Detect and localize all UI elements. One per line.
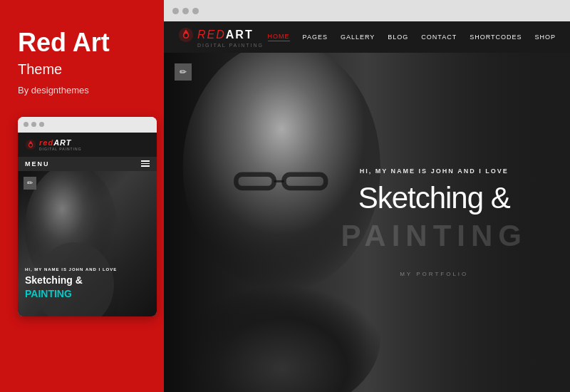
hero-text-block: HI, MY NAME IS JOHN AND I LOVE Sketching… bbox=[341, 167, 527, 277]
dot-3 bbox=[39, 122, 44, 127]
dot-1 bbox=[24, 122, 28, 127]
desktop-browser-bar bbox=[164, 0, 570, 21]
svg-point-1 bbox=[29, 143, 32, 146]
desktop-site-content: redART DIGITAL PAINTING HOME PAGES GALLE… bbox=[164, 21, 570, 392]
mobile-logo: redART DIGITAL PAINTING bbox=[25, 138, 82, 151]
mobile-pencil-icon[interactable]: ✏ bbox=[24, 177, 36, 190]
nav-item-contact[interactable]: CONTACT bbox=[421, 33, 457, 41]
desktop-logo-sub: DIGITAL PAINTING bbox=[197, 43, 264, 48]
hero-heading-line2: PAINTING bbox=[341, 219, 527, 253]
desktop-nav-links: HOME PAGES GALLERY BLOG CONTACT SHORTCOD… bbox=[268, 33, 556, 41]
mobile-preview-card: redART DIGITAL PAINTING MENU bbox=[18, 117, 157, 316]
mobile-hero-heading2: PAINTING bbox=[25, 288, 150, 299]
nav-item-shortcodes[interactable]: SHORTCODES bbox=[470, 33, 522, 41]
desktop-dot-3 bbox=[192, 8, 199, 14]
desktop-dot-1 bbox=[172, 8, 179, 14]
right-panel: redART DIGITAL PAINTING HOME PAGES GALLE… bbox=[164, 0, 570, 392]
mobile-hero-text: HI, MY NAME IS JOHN AND I LOVE Sketching… bbox=[25, 267, 150, 299]
left-panel: Red Art Theme By designthemes redART bbox=[0, 0, 164, 392]
theme-title: Red Art bbox=[18, 29, 146, 57]
nav-item-blog[interactable]: BLOG bbox=[388, 33, 408, 41]
desktop-logo: redART DIGITAL PAINTING bbox=[178, 27, 264, 48]
svg-point-5 bbox=[184, 33, 187, 37]
mobile-hero-heading1: Sketching & bbox=[25, 274, 150, 287]
hero-intro-text: HI, MY NAME IS JOHN AND I LOVE bbox=[341, 167, 527, 175]
desktop-browser: redART DIGITAL PAINTING HOME PAGES GALLE… bbox=[164, 0, 570, 392]
desktop-pencil-icon[interactable]: ✏ bbox=[175, 63, 192, 81]
nav-item-shop[interactable]: SHOP bbox=[534, 33, 556, 41]
desktop-nav: redART DIGITAL PAINTING HOME PAGES GALLE… bbox=[164, 21, 570, 53]
dot-2 bbox=[31, 122, 36, 127]
mobile-logo-icon bbox=[25, 139, 36, 150]
hero-portfolio-link[interactable]: MY PORTFOLIO bbox=[341, 271, 527, 277]
theme-subtitle: Theme bbox=[18, 61, 146, 78]
mobile-hero-intro: HI, MY NAME IS JOHN AND I LOVE bbox=[25, 267, 150, 272]
nav-item-pages[interactable]: PAGES bbox=[303, 33, 328, 41]
desktop-logo-icon bbox=[178, 27, 194, 43]
desktop-logo-main: redART bbox=[178, 27, 264, 43]
mobile-logo-sub: DIGITAL PAINTING bbox=[39, 147, 82, 151]
mobile-menu-bar[interactable]: MENU bbox=[18, 157, 157, 171]
svg-point-7 bbox=[183, 262, 380, 392]
hero-heading-line1: Sketching & bbox=[341, 183, 527, 213]
mobile-site-header: redART DIGITAL PAINTING bbox=[18, 133, 157, 157]
theme-author: By designthemes bbox=[18, 85, 146, 96]
mobile-browser-bar bbox=[18, 117, 157, 133]
mobile-menu-label: MENU bbox=[25, 160, 50, 167]
nav-item-gallery[interactable]: GALLERY bbox=[341, 33, 375, 41]
mobile-logo-text: redART bbox=[39, 138, 82, 147]
desktop-dot-2 bbox=[182, 8, 189, 14]
nav-item-home[interactable]: HOME bbox=[268, 33, 290, 41]
hamburger-icon[interactable] bbox=[141, 160, 150, 167]
desktop-logo-brand: redART bbox=[197, 29, 254, 41]
desktop-hero: ✏ HI, MY NAME IS JOHN AND I LOVE Sketchi… bbox=[164, 53, 570, 392]
mobile-hero: ✏ HI, MY NAME IS JOHN AND I LOVE Sketchi… bbox=[18, 171, 157, 316]
